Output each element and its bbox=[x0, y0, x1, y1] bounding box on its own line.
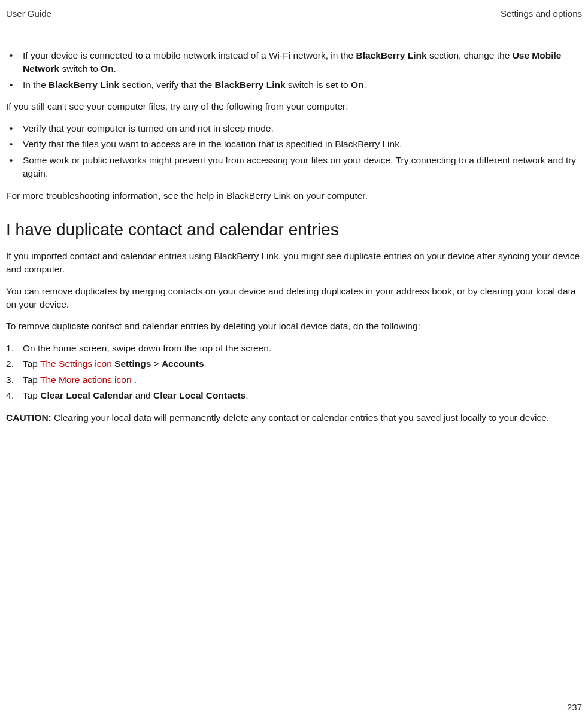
text: . bbox=[132, 375, 137, 385]
bold-text: Clear Local Calendar bbox=[40, 390, 132, 400]
paragraph: For more troubleshooting information, se… bbox=[6, 189, 582, 202]
numbered-list: On the home screen, swipe down from the … bbox=[6, 342, 582, 403]
bold-text: BlackBerry Link bbox=[49, 80, 119, 90]
page-number: 237 bbox=[567, 701, 582, 714]
text: Tap bbox=[23, 390, 40, 400]
text: switch is set to bbox=[286, 80, 351, 90]
step-item: Tap The Settings icon Settings > Account… bbox=[6, 357, 582, 370]
text: section, change the bbox=[427, 50, 513, 60]
caution-paragraph: CAUTION: Clearing your local data will p… bbox=[6, 411, 582, 424]
bullet-item: Verify that the files you want to access… bbox=[6, 138, 582, 151]
text: Tap bbox=[23, 359, 40, 369]
bullet-item: Some work or public networks might preve… bbox=[6, 154, 582, 181]
step-item: On the home screen, swipe down from the … bbox=[6, 342, 582, 355]
step-item: Tap Clear Local Calendar and Clear Local… bbox=[6, 389, 582, 402]
text: . bbox=[204, 359, 207, 369]
bullet-list-2: Verify that your computer is turned on a… bbox=[6, 122, 582, 181]
bold-text: On bbox=[351, 80, 364, 90]
text: In the bbox=[23, 80, 49, 90]
text: section, verify that the bbox=[119, 80, 214, 90]
bullet-item: In the BlackBerry Link section, verify t… bbox=[6, 78, 582, 92]
caution-label: CAUTION: bbox=[6, 412, 51, 423]
text: . bbox=[363, 80, 366, 90]
bold-text: BlackBerry Link bbox=[356, 50, 427, 60]
bullet-item: Verify that your computer is turned on a… bbox=[6, 122, 582, 135]
text: Tap bbox=[23, 375, 40, 385]
caution-text: Clearing your local data will permanentl… bbox=[51, 412, 549, 423]
page-header: User Guide Settings and options bbox=[6, 7, 582, 20]
paragraph: If you imported contact and calendar ent… bbox=[6, 250, 582, 277]
header-left: User Guide bbox=[6, 7, 51, 20]
page-content: If your device is connected to a mobile … bbox=[6, 49, 582, 425]
bold-text: On bbox=[101, 63, 114, 74]
paragraph: To remove duplicate contact and calendar… bbox=[6, 320, 582, 333]
bold-text: Settings bbox=[112, 359, 151, 369]
bold-text: BlackBerry Link bbox=[215, 80, 286, 90]
text: . bbox=[245, 390, 248, 400]
text: switch to bbox=[59, 63, 101, 74]
settings-icon: The Settings icon bbox=[40, 359, 112, 369]
section-heading: I have duplicate contact and calendar en… bbox=[6, 218, 582, 242]
text: and bbox=[133, 390, 153, 400]
bold-text: Accounts bbox=[162, 359, 204, 369]
step-item: Tap The More actions icon . bbox=[6, 373, 582, 387]
more-actions-icon: The More actions icon bbox=[40, 375, 132, 385]
text: > bbox=[151, 359, 162, 369]
bullet-list-1: If your device is connected to a mobile … bbox=[6, 49, 582, 92]
bold-text: Clear Local Contacts bbox=[153, 390, 245, 400]
text: If your device is connected to a mobile … bbox=[23, 50, 356, 60]
header-right: Settings and options bbox=[501, 7, 582, 20]
paragraph: You can remove duplicates by merging con… bbox=[6, 285, 582, 312]
bullet-item: If your device is connected to a mobile … bbox=[6, 49, 582, 76]
paragraph: If you still can't see your computer fil… bbox=[6, 100, 582, 113]
text: . bbox=[114, 63, 116, 74]
